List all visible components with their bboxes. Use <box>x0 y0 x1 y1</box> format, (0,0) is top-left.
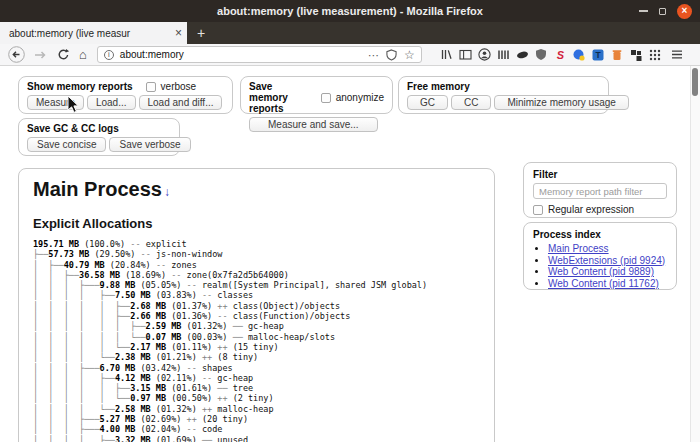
svg-text:T: T <box>596 50 602 60</box>
free-memory-panel: Free memory GCCCMinimize memory usage <box>398 76 609 114</box>
page-actions-icon[interactable]: ⋯ <box>368 50 379 60</box>
process-index-item: Web Content (pid 9889) <box>548 266 667 278</box>
show-memory-reports-title: Show memory reports <box>27 81 133 92</box>
regex-checkbox[interactable] <box>533 205 543 215</box>
about-memory-page: Show memory reports verbose MeasureLoad.… <box>0 66 700 442</box>
ext-t-icon[interactable]: T <box>592 48 605 61</box>
ext-grid-icon[interactable] <box>649 48 662 61</box>
reload-icon[interactable] <box>57 48 70 61</box>
window-title: about:memory (live measurement) - Mozill… <box>217 5 483 17</box>
main-process-heading: Main Process <box>33 178 162 200</box>
tab-about-memory[interactable]: about:memory (live measur × <box>0 22 187 44</box>
process-link[interactable]: Web Content (pid 11762) <box>548 278 659 289</box>
process-index-panel: Process index Main ProcessWebExtensions … <box>523 222 677 290</box>
free-panel-button[interactable]: GC <box>407 95 448 110</box>
save-panel-button[interactable]: Measure and save... <box>249 117 378 132</box>
logs-buttons: Save conciseSave verbose <box>27 137 171 152</box>
show-panel-button[interactable]: Load and diff... <box>139 95 223 110</box>
logs-panel-button[interactable]: Save verbose <box>109 137 190 152</box>
minimize-icon[interactable] <box>639 10 648 12</box>
save-gc-cc-logs-title: Save GC & CC logs <box>27 123 119 134</box>
ext-s-icon[interactable]: S <box>554 48 567 61</box>
ext-drop-icon[interactable] <box>573 48 586 61</box>
menu-icon[interactable] <box>670 48 684 61</box>
tree-line[interactable]: │ │ │ │ ├──7.50 MB (03.83%) -- classes <box>33 290 480 300</box>
process-link[interactable]: Main Process <box>548 243 609 254</box>
forward-icon[interactable] <box>33 49 47 61</box>
page-info-icon[interactable]: i <box>104 50 114 60</box>
tree-line[interactable]: 195.71 MB (100.0%) -- explicit <box>33 239 480 249</box>
filter-input[interactable] <box>533 183 667 199</box>
shield-check-icon[interactable] <box>386 49 397 61</box>
home-icon[interactable]: ⌂ <box>79 47 87 62</box>
tree-line[interactable]: │ │ │ │ │ │ ├──2.59 MB (01.32%) ── gc-he… <box>33 321 480 331</box>
new-tab-button[interactable]: + <box>187 22 215 44</box>
process-index-item: WebExtensions (pid 9924) <box>548 255 667 267</box>
tree-line[interactable]: │ │ ├──36.58 MB (18.69%) -- zone(0x7fa2d… <box>33 270 480 280</box>
back-icon[interactable] <box>8 46 25 63</box>
memory-report-tree: 195.71 MB (100.0%) -- explicit├──57.73 M… <box>33 239 480 442</box>
free-memory-title: Free memory <box>407 81 470 92</box>
verbose-label[interactable]: verbose <box>161 81 197 92</box>
process-index-list: Main ProcessWebExtensions (pid 9924)Web … <box>533 243 667 289</box>
verbose-checkbox[interactable] <box>146 82 156 92</box>
window-controls: × <box>639 0 692 22</box>
process-index-item: Main Process <box>548 243 667 255</box>
ext-blob-icon[interactable] <box>516 48 529 61</box>
logs-panel-button[interactable]: Save concise <box>27 137 106 152</box>
save-memory-reports-title: Save memory reports <box>249 81 312 114</box>
tree-line[interactable]: │ │ │ │ │ ├──3.15 MB (01.61%) ── tree <box>33 383 480 393</box>
explicit-allocations-heading: Explicit Allocations <box>33 216 480 231</box>
tree-line[interactable]: ├──57.73 MB (29.50%) -- js-non-window <box>33 249 480 259</box>
show-buttons: MeasureLoad...Load and diff... <box>27 95 224 110</box>
page-scrollbar[interactable] <box>690 66 700 442</box>
regex-label[interactable]: Regular expression <box>548 204 634 215</box>
close-icon[interactable]: × <box>677 4 692 19</box>
tree-line[interactable]: │ │ │ ├───6.70 MB (03.42%) -- shapes <box>33 363 480 373</box>
account-icon[interactable] <box>478 48 491 61</box>
free-panel-button[interactable]: CC <box>451 95 491 110</box>
sidebar-icon[interactable] <box>459 48 472 61</box>
tree-line[interactable]: │ │ │ │ │ └──2.17 MB (01.11%) ++ (15 tin… <box>33 342 480 352</box>
tree-line[interactable]: │ │ │ │ │ │ └──0.07 MB (00.03%) ── mallo… <box>33 332 480 342</box>
ext-pipes-icon[interactable] <box>497 48 510 61</box>
tree-line[interactable]: │ │ │ │ ├──3.32 MB (01.69%) ── unused <box>33 435 480 442</box>
process-index-title: Process index <box>533 229 667 240</box>
tree-line[interactable]: │ │ │ │ │ └──0.97 MB (00.50%) ++ (2 tiny… <box>33 393 480 403</box>
url-text[interactable]: about:memory <box>120 49 368 60</box>
save-buttons: Measure and save... <box>249 117 384 132</box>
filter-panel: Filter Regular expression <box>523 162 677 218</box>
tree-line[interactable]: │ │ │ ├───9.88 MB (05.05%) -- realm([Sys… <box>33 280 480 290</box>
process-link[interactable]: Web Content (pid 9889) <box>548 266 654 277</box>
scrollbar-thumb[interactable] <box>692 68 698 96</box>
free-panel-button[interactable]: Minimize memory usage <box>494 95 628 110</box>
show-panel-button[interactable]: Load... <box>87 95 136 110</box>
tree-line[interactable]: │ │ │ │ └──2.38 MB (01.21%) ++ (8 tiny) <box>33 352 480 362</box>
process-link[interactable]: WebExtensions (pid 9924) <box>548 255 665 266</box>
save-gc-cc-logs-panel: Save GC & CC logs Save conciseSave verbo… <box>18 118 180 156</box>
tree-line[interactable]: │ │ │ ├───4.00 MB (02.04%) -- code <box>33 424 480 434</box>
tree-line[interactable]: │ │ │ │ │ ├──2.66 MB (01.36%) -- class(F… <box>33 311 480 321</box>
tree-line[interactable]: │ │ │ │ ├──4.12 MB (02.11%) -- gc-heap <box>33 373 480 383</box>
tree-line[interactable]: │ │ │ │ └──2.58 MB (01.32%) ++ malloc-he… <box>33 404 480 414</box>
library-icon[interactable] <box>440 48 453 61</box>
mouse-cursor <box>67 95 80 118</box>
filter-title: Filter <box>533 169 667 180</box>
tree-line[interactable]: │ ├──40.79 MB (20.84%) -- zones <box>33 260 480 270</box>
ext-trash-icon[interactable] <box>611 48 624 61</box>
tab-close-icon[interactable]: × <box>175 27 182 39</box>
ext-shield-icon[interactable] <box>535 48 548 61</box>
process-index-item: Web Content (pid 11762) <box>548 278 667 290</box>
tree-line[interactable]: │ │ │ │ │ ├──2.68 MB (01.37%) ++ class(O… <box>33 301 480 311</box>
toolbar-icon-strip: S T <box>440 48 662 61</box>
window-titlebar[interactable]: about:memory (live measurement) - Mozill… <box>0 0 700 22</box>
show-memory-reports-panel: Show memory reports verbose MeasureLoad.… <box>18 76 233 114</box>
maximize-icon[interactable] <box>659 8 666 15</box>
tree-line[interactable]: │ │ │ ├───5.27 MB (02.69%) ++ (20 tiny) <box>33 414 480 424</box>
anonymize-label[interactable]: anonymize <box>336 92 384 103</box>
ext-squares-icon[interactable] <box>630 48 643 61</box>
url-bar[interactable]: i about:memory ⋯ ☆ <box>97 46 422 63</box>
bookmark-star-icon[interactable]: ☆ <box>404 49 415 61</box>
anonymize-checkbox[interactable] <box>321 93 331 103</box>
collapse-section-link[interactable]: ↓ <box>164 185 170 199</box>
